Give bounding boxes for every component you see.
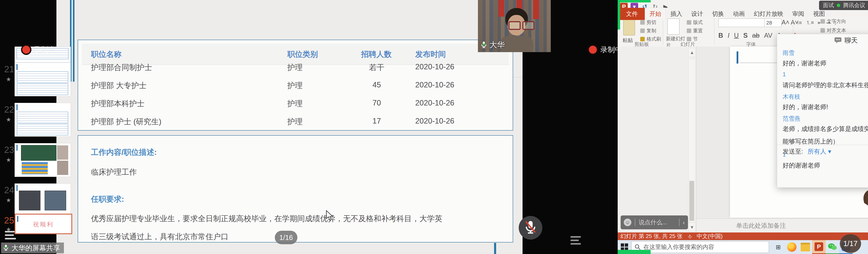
share-border-left (618, 0, 620, 30)
more-options-icon[interactable] (570, 234, 584, 247)
tab-design[interactable]: 设计 (687, 8, 708, 20)
tab-review[interactable]: 审阅 (788, 8, 809, 20)
danmaku-input-bar[interactable]: ☺ 说点什么... ‹ (621, 216, 688, 229)
bold-button[interactable]: B (718, 32, 723, 39)
col-header-category: 职位类别 (287, 49, 318, 59)
slide-thumbnail-21[interactable] (14, 62, 71, 96)
chat-sender[interactable]: 范雪燕 (783, 115, 800, 123)
firefox-icon[interactable] (785, 241, 799, 254)
send-to-row: 发送至: 所有人 ▾ (783, 147, 831, 156)
requirements-title: 任职要求: (91, 194, 124, 204)
notes-pane[interactable]: 单击此处添加备注 (696, 218, 868, 233)
copy-button[interactable]: 复制 (640, 27, 656, 34)
page-indicator-text: 1/17 (843, 239, 858, 248)
slide-thumbnail-panel (618, 47, 696, 232)
send-to-label: 发送至: (783, 147, 803, 156)
chat-sender[interactable]: 木有枝 (783, 93, 800, 101)
cell-count: 70 (361, 98, 392, 107)
cell-position: 护理部 护士 (研究生) (91, 117, 161, 127)
search-icon (635, 244, 641, 250)
video-tile-dahua[interactable]: 大华 (478, 0, 551, 52)
cell-date: 2020-10-26 (415, 62, 454, 71)
chat-message: 老师，成绩排名多少算是成绩突出呢（就是能够写在简历上的） (783, 123, 868, 148)
paste-button[interactable]: 粘贴 (623, 37, 633, 44)
shadow-button[interactable]: S (743, 32, 747, 39)
strikethrough-button[interactable]: ab (752, 32, 760, 39)
split-meeting-recording: 录制中 职位名称 职位类别 招聘人数 发布时间 护理部合同制护士 护理 若干 2… (0, 0, 868, 254)
align-text-button[interactable]: 对齐文本 (820, 27, 846, 34)
thumbnails-scroll-up[interactable]: ▲ (688, 48, 695, 57)
slide-thumbnail-23[interactable] (14, 143, 71, 177)
slide-thumbnail-22[interactable] (14, 103, 71, 137)
slide-thumbnail-25-selected[interactable]: 祝顺利 (14, 214, 72, 234)
windows-taskbar: 在这里输入你要搜索的内容 ⊞ P ❖ 14°C 晴朗 ^ 中 18:1 (618, 240, 868, 254)
thumbnail-number: 23 (4, 145, 14, 155)
slide-cartoon-girl (861, 187, 868, 218)
meeting-title-prefix: 面试 (823, 2, 834, 9)
job-description-title: 工作内容/职位描述: (91, 147, 157, 158)
page-indicator-left: 1/16 (275, 231, 298, 244)
recording-dot-icon (589, 46, 597, 54)
cell-date: 2020-10-26 (415, 117, 454, 125)
cell-position: 护理部合同制护士 (91, 62, 152, 73)
cut-button[interactable]: 剪切 (640, 19, 656, 26)
tab-home[interactable]: 开始 (645, 8, 666, 20)
wechat-icon[interactable] (826, 240, 839, 254)
send-to-dropdown[interactable]: 所有人 ▾ (808, 147, 831, 156)
thumbnail-number: 25 (4, 215, 14, 226)
recording-label: 录制中 (34, 45, 56, 55)
requirements-line2: 语三级考试通过上，具有北京市常住户口 (91, 232, 228, 242)
cell-category: 护理 (287, 98, 303, 109)
new-slide-icon[interactable] (667, 19, 679, 35)
taskbar-search-input[interactable]: 在这里输入你要搜索的内容 (631, 241, 769, 253)
animation-star-icon: ★ (6, 76, 11, 83)
language-label[interactable]: 中文(中国) (696, 232, 722, 240)
chat-title-bar[interactable]: 聊天 (777, 34, 868, 47)
tab-transitions[interactable]: 切换 (708, 8, 728, 20)
underline-button[interactable]: U (734, 32, 739, 39)
thumbnails-scroll-down[interactable]: ▼ (688, 223, 695, 232)
reset-button[interactable]: 重置 (687, 27, 703, 34)
tab-slideshow[interactable]: 幻灯片放映 (749, 8, 788, 20)
chat-bubble-icon (834, 37, 842, 44)
animation-star-icon: ★ (6, 197, 11, 204)
chat-message: 请问老师护理的非北京本科生很难留京嘛? (783, 79, 868, 91)
tab-animations[interactable]: 动画 (728, 8, 749, 20)
chat-input-area[interactable] (783, 161, 868, 182)
tab-file[interactable]: 文件 (619, 8, 645, 20)
chat-sender[interactable]: 雨雪 (783, 49, 795, 57)
animation-star-icon: ★ (6, 157, 11, 163)
thumbnail-number: 21 (4, 64, 14, 74)
ribbon-tab-bar: 文件 开始 插入 设计 切换 动画 幻灯片放映 审阅 视图 (619, 8, 830, 20)
chat-sender[interactable]: 1 (783, 71, 786, 78)
file-explorer-icon[interactable] (799, 241, 812, 254)
italic-button[interactable]: I (727, 32, 730, 39)
cell-date: 2020-10-26 (415, 98, 454, 107)
mute-microphone-button[interactable] (519, 216, 542, 239)
thumbnails-scrollbar[interactable] (688, 59, 695, 222)
spellcheck-icon[interactable]: ⎀ (688, 233, 692, 239)
slide-thumbnail-24[interactable] (14, 184, 71, 217)
document-corner-mark (494, 243, 496, 254)
recording-indicator-left: 录制中 (22, 45, 56, 55)
cell-count: 若干 (361, 62, 392, 73)
share-border-bottom-left (618, 250, 651, 254)
meeting-floating-bar[interactable]: 面试 腾讯会议 录制中 (819, 1, 868, 10)
emoji-icon[interactable]: ☺ (624, 219, 631, 226)
tab-insert[interactable]: 插入 (666, 8, 687, 20)
collapse-chevron-icon[interactable]: ‹ (683, 219, 685, 226)
job-table-card: 职位名称 职位类别 招聘人数 发布时间 护理部合同制护士 护理 若干 2020-… (78, 39, 513, 131)
slide-counter: 幻灯片 第 25 张, 共 25 张 (620, 232, 682, 240)
task-view-icon[interactable]: ⊞ (772, 241, 785, 254)
chat-title: 聊天 (844, 36, 858, 45)
cell-date: 2020-10-26 (415, 80, 454, 89)
danmaku-placeholder: 说点什么... (639, 218, 667, 226)
char-spacing-button[interactable]: AV (764, 32, 772, 39)
glasses (508, 21, 534, 30)
slide25-title: 祝顺利 (16, 221, 71, 228)
cell-count: 45 (361, 80, 392, 89)
powerpoint-taskbar-icon[interactable]: P (812, 240, 826, 254)
layout-button[interactable]: 版式 (687, 19, 703, 26)
chat-divider (777, 145, 868, 145)
paste-icon[interactable] (623, 18, 635, 35)
